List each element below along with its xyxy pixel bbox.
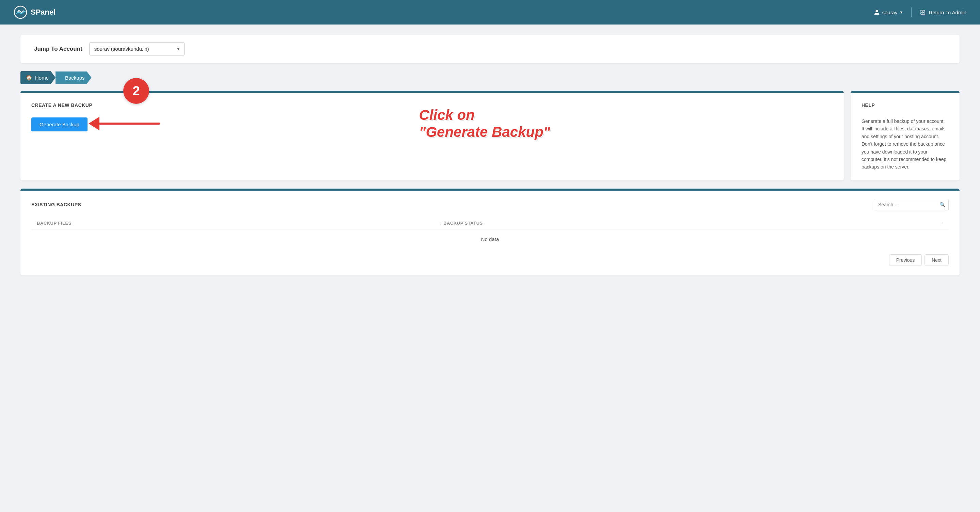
jump-to-account-bar: Jump To Account sourav (souravkundu.in) xyxy=(21,35,959,63)
table-header: BACKUP FILES ↓ BACKUP STATUS ↕ xyxy=(31,217,949,229)
help-card: HELP Generate a full backup of your acco… xyxy=(851,91,959,180)
sort-icon: ↕ xyxy=(941,221,943,225)
table-body: No data xyxy=(31,229,949,249)
breadcrumb: 🏠 Home Backups xyxy=(21,71,959,84)
header: SPanel sourav ▼ Return To Admin xyxy=(0,0,980,24)
generate-backup-button[interactable]: Generate Backup xyxy=(31,118,88,131)
annotation-line2: "Generate Backup" xyxy=(419,124,550,140)
annotation-line1: Click on xyxy=(419,107,474,123)
search-button[interactable]: 🔍 xyxy=(939,202,945,207)
logo: SPanel xyxy=(14,5,56,19)
arrow-line xyxy=(99,122,160,125)
pagination: Previous Next xyxy=(31,249,949,267)
create-backup-body: CREATE A NEW BACKUP Generate Backup Clic… xyxy=(21,93,844,154)
backups-title: EXISTING BACKUPS xyxy=(31,202,81,207)
sort-down-icon: ↓ xyxy=(440,221,442,225)
return-icon xyxy=(920,9,926,15)
step-badge: 2 xyxy=(123,78,149,104)
return-to-admin-link[interactable]: Return To Admin xyxy=(920,9,966,15)
backups-top-bar: EXISTING BACKUPS 🔍 xyxy=(31,199,949,210)
user-menu[interactable]: sourav ▼ xyxy=(874,9,903,15)
breadcrumb-backups[interactable]: Backups xyxy=(56,72,92,84)
jump-label: Jump To Account xyxy=(34,46,83,52)
username-label: sourav xyxy=(882,10,897,15)
user-icon xyxy=(874,9,880,15)
col-backup-files: BACKUP FILES xyxy=(31,217,433,229)
annotation-text: Click on "Generate Backup" xyxy=(419,107,550,141)
create-backup-card: CREATE A NEW BACKUP Generate Backup Clic… xyxy=(21,91,844,180)
logo-icon xyxy=(14,5,27,19)
breadcrumb-home[interactable]: 🏠 Home xyxy=(21,71,56,84)
col-backup-status[interactable]: ↓ BACKUP STATUS ↕ xyxy=(433,217,949,229)
step-number: 2 xyxy=(132,84,140,99)
search-wrapper: 🔍 xyxy=(874,199,949,210)
jump-to-account-select[interactable]: sourav (souravkundu.in) xyxy=(89,42,185,56)
header-divider xyxy=(911,8,912,17)
existing-backups-card: EXISTING BACKUPS 🔍 BACKUP FILES ↓ BACKUP… xyxy=(21,189,959,275)
no-data-row: No data xyxy=(31,229,949,249)
header-right: sourav ▼ Return To Admin xyxy=(874,8,966,17)
backups-body: EXISTING BACKUPS 🔍 BACKUP FILES ↓ BACKUP… xyxy=(21,191,959,275)
next-button[interactable]: Next xyxy=(924,254,949,266)
content-grid: 2 CREATE A NEW BACKUP Generate Backup Cl… xyxy=(21,91,959,180)
search-input[interactable] xyxy=(874,199,949,210)
main-content: Jump To Account sourav (souravkundu.in) … xyxy=(0,24,980,286)
create-backup-title: CREATE A NEW BACKUP xyxy=(31,102,833,108)
previous-button[interactable]: Previous xyxy=(889,254,922,266)
no-data-cell: No data xyxy=(31,229,949,249)
help-title: HELP xyxy=(862,102,949,108)
help-text: Generate a full backup of your account. … xyxy=(862,118,949,171)
chevron-down-icon: ▼ xyxy=(899,10,903,14)
home-icon: 🏠 xyxy=(26,75,32,81)
return-label: Return To Admin xyxy=(929,10,966,15)
help-card-body: HELP Generate a full backup of your acco… xyxy=(851,93,959,180)
breadcrumb-backups-label: Backups xyxy=(65,75,85,81)
table-header-row: BACKUP FILES ↓ BACKUP STATUS ↕ xyxy=(31,217,949,229)
col-backup-status-label: BACKUP STATUS xyxy=(443,221,483,226)
jump-select-wrapper: sourav (souravkundu.in) xyxy=(89,42,185,56)
breadcrumb-home-label: Home xyxy=(35,75,49,81)
col-backup-files-label: BACKUP FILES xyxy=(37,221,72,226)
arrow-head xyxy=(89,117,99,130)
backups-table: BACKUP FILES ↓ BACKUP STATUS ↕ No data xyxy=(31,217,949,249)
logo-text: SPanel xyxy=(31,8,56,17)
arrow-annotation xyxy=(89,117,160,130)
